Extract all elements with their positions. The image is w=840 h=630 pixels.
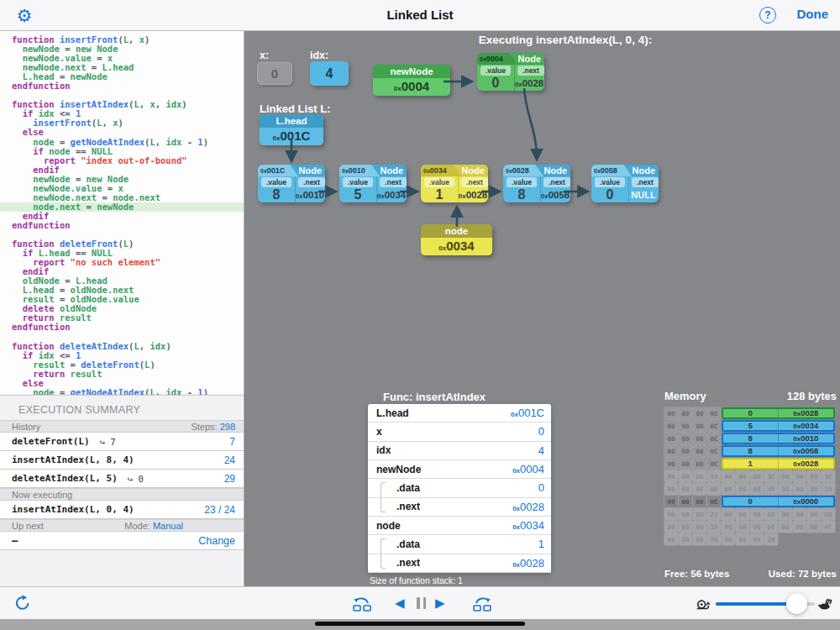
history-return-value: ↪ 0: [128, 474, 144, 484]
playback-toolbar: ◀ ▶: [0, 586, 840, 619]
visualization-canvas: Executing insertAtIndex(L, 0, 4): x: 0 i…: [245, 31, 840, 586]
memory-byte-cell: 00: [736, 533, 749, 545]
memory-byte-cell: 00: [736, 470, 749, 482]
memory-block-value: 8: [723, 447, 779, 455]
next-field-label: .next: [461, 177, 488, 187]
memory-byte-cell: 00: [679, 407, 692, 419]
node-next: NULL: [628, 190, 659, 200]
now-step-count: 23 / 24: [204, 504, 235, 516]
rabbit-icon: [817, 598, 833, 613]
memory-byte-cell: 00: [722, 508, 735, 520]
memory-block-value: 1: [723, 459, 779, 468]
node-address: 0x0010: [339, 165, 380, 176]
help-button[interactable]: ?: [759, 7, 776, 24]
memory-byte-cell: 00: [693, 483, 706, 495]
step-forward-icon: ▶: [435, 596, 445, 610]
node-pointer-label: node: [421, 224, 492, 238]
idx-label: idx:: [310, 50, 328, 61]
executing-title: Executing insertAtIndex(L, 0, 4):: [291, 34, 840, 46]
memory-node-block: 10x0028: [722, 458, 835, 470]
memory-byte-cell: 00: [693, 508, 706, 520]
jump-forward-button[interactable]: [471, 594, 493, 615]
memory-byte-cell: 00: [679, 445, 692, 457]
func-var-value: 1: [538, 538, 544, 550]
memory-row: 0000000E00x0000: [664, 496, 836, 507]
memory-used: Used: 72 bytes: [769, 569, 837, 579]
func-var-row: newNode0x0004: [368, 460, 551, 479]
mode-value[interactable]: Manual: [153, 521, 183, 531]
node-value: 8: [258, 187, 295, 202]
memory-byte-cell: 00: [807, 483, 821, 495]
pause-button[interactable]: [417, 597, 426, 609]
memory-byte-cell: 19: [707, 470, 721, 482]
func-stack-panel: L.head0x001Cx0idx4newNode0x0004.data0.ne…: [368, 404, 551, 573]
memory-byte-cell: 00: [664, 458, 678, 470]
value-field-label: .value: [480, 66, 511, 76]
memory-byte-cell: 21: [707, 508, 721, 520]
speed-slider-thumb[interactable]: [786, 593, 807, 614]
code-line: endfunction: [0, 323, 244, 332]
node-next: 0x0010: [295, 190, 325, 200]
func-var-row: idx4: [368, 442, 551, 460]
memory-row: 0000000C00x0028: [664, 407, 836, 419]
memory-block-value: 5: [723, 422, 779, 430]
memory-byte-cell: 0E: [707, 496, 721, 507]
home-indicator[interactable]: [315, 622, 525, 626]
memory-byte-cell: 00: [750, 533, 764, 545]
change-button[interactable]: Change: [198, 535, 235, 547]
jump-back-button[interactable]: [351, 594, 373, 615]
func-var-value: 0x001C: [511, 407, 544, 419]
top-bar: ⚙ Linked List ? Done: [0, 0, 840, 31]
history-row[interactable]: deleteAtIndex(L, 5)↪ 029: [0, 470, 244, 488]
node-address: 0x0028: [503, 165, 543, 176]
memory-byte-cell: 00: [679, 496, 692, 507]
steps-label: Steps:: [191, 422, 217, 432]
step-back-button[interactable]: ◀: [395, 594, 405, 612]
execution-summary-title: EXECUTION SUMMARY: [0, 396, 244, 420]
memory-byte-cell: 00: [664, 420, 678, 432]
linked-list-app: ⚙ Linked List ? Done function insertFron…: [0, 0, 840, 630]
lhead-pointer-addr: 0x001C: [260, 128, 323, 145]
history-header: History Steps: 298: [0, 420, 244, 433]
lhead-pointer-label: L.head: [260, 114, 323, 128]
node-type-label: Node: [462, 165, 486, 176]
next-field-label: .next: [632, 177, 659, 187]
node-value: 5: [339, 187, 376, 202]
history-row[interactable]: deleteFront(L)↪ 77: [0, 433, 244, 451]
memory-byte-cell: 00: [722, 521, 735, 533]
memory-byte-cell: 00: [736, 508, 749, 520]
history-step-count: 24: [224, 454, 235, 466]
jump-forward-icon: [471, 594, 493, 612]
history-call: insertAtIndex(L, 8, 4): [12, 454, 134, 465]
node-address: 0x001C: [258, 165, 298, 176]
memory-byte-cell: 00: [693, 420, 706, 432]
memory-byte-cell: 00: [750, 521, 764, 533]
x-label: x:: [260, 50, 269, 61]
memory-byte-cell: 18: [822, 483, 835, 495]
memory-byte-cell: 00: [807, 521, 821, 533]
idx-value-box: 4: [310, 61, 349, 86]
memory-byte-cell: 00: [693, 407, 706, 419]
memory-byte-cell: 00: [664, 433, 678, 444]
memory-byte-cell: 00: [736, 521, 749, 533]
memory-node-block: 80x0010: [722, 433, 835, 444]
memory-byte-cell: 0D: [707, 483, 721, 495]
heap-node-new: 0x0004Node.value.next00x0028: [477, 53, 544, 91]
reset-button[interactable]: [13, 594, 32, 615]
node-type-label: Node: [544, 165, 568, 176]
now-executing-label: Now executing: [12, 490, 72, 500]
node-address: 0x0058: [591, 165, 632, 176]
step-forward-button[interactable]: ▶: [435, 594, 445, 612]
now-executing-row[interactable]: insertAtIndex(L, 0, 4) 23 / 24: [0, 501, 244, 519]
bottom-strip: [0, 619, 840, 630]
memory-byte-cell: 0C: [707, 433, 721, 444]
memory-byte-cell: 6C: [764, 521, 778, 533]
history-row[interactable]: insertAtIndex(L, 8, 4)24: [0, 451, 244, 470]
code-panel[interactable]: function insertFront(L, x) newNode = new…: [0, 31, 244, 395]
done-button[interactable]: Done: [797, 7, 829, 21]
func-var-value: 0x0004: [512, 463, 544, 475]
memory-row: 0000000D0000004900000018: [664, 483, 836, 495]
memory-row: 000000210000006000000060: [664, 508, 836, 520]
next-field-label: .next: [298, 177, 325, 187]
node-type-label: Node: [381, 165, 404, 176]
